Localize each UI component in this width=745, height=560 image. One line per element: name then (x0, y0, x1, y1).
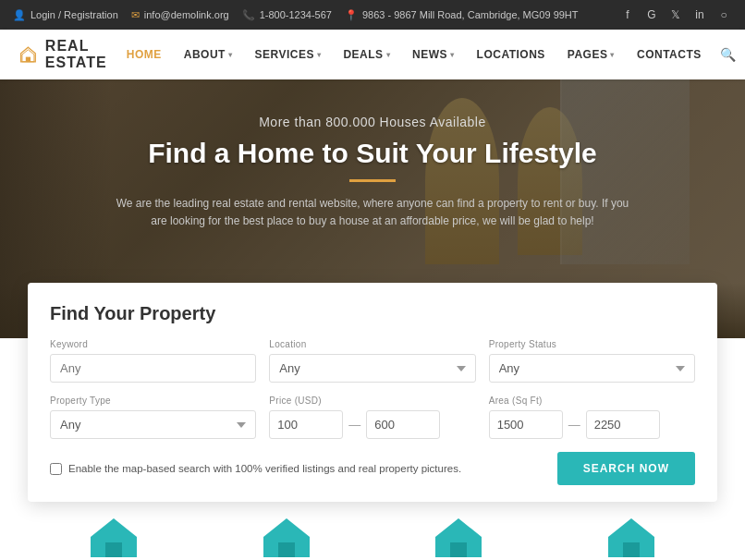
nav-news[interactable]: NEWS ▾ (403, 43, 464, 67)
location-field: Location Any (269, 339, 475, 383)
user-icon: 👤 (13, 9, 26, 21)
google-icon[interactable]: G (643, 6, 660, 23)
map-search-label-text: Enable the map-based search with 100% ve… (68, 463, 461, 474)
social-links: f G 𝕏 in ○ (619, 6, 732, 23)
logo-text: REAL ESTATE (45, 38, 117, 71)
search-box: Find Your Property Keyword Location Any … (28, 283, 717, 502)
nav-services[interactable]: SERVICES ▾ (245, 43, 330, 67)
other-icon[interactable]: ○ (715, 6, 732, 23)
property-type-select[interactable]: Any (50, 410, 256, 439)
svg-rect-4 (105, 542, 122, 557)
price-dash: — (348, 418, 360, 432)
email-info: ✉ info@demolink.org (131, 9, 229, 21)
hero-title: Find a Home to Suit Your Lifestyle (0, 137, 745, 170)
search-now-button[interactable]: SEARCH NOW (557, 452, 695, 485)
map-search-checkbox[interactable] (50, 463, 62, 475)
property-status-field: Property Status Any (489, 339, 695, 383)
search-toggle[interactable]: 🔍 (714, 42, 741, 67)
svg-rect-2 (26, 57, 31, 62)
keyword-input[interactable] (50, 354, 256, 383)
svg-rect-8 (450, 542, 467, 557)
main-nav: HOME ABOUT ▾ SERVICES ▾ DEALS ▾ NEWS ▾ L… (117, 42, 741, 67)
login-link[interactable]: 👤 Login / Registration (13, 9, 118, 21)
nav-locations[interactable]: LOCATIONS (468, 43, 555, 67)
email-icon: ✉ (131, 9, 140, 21)
nav-home[interactable]: HOME (117, 43, 171, 67)
location-select[interactable]: Any (269, 354, 475, 383)
bottom-icons-row (0, 513, 745, 557)
search-bottom: Enable the map-based search with 100% ve… (50, 452, 695, 485)
area-max-input[interactable] (586, 410, 660, 439)
house-icon-3 (434, 517, 483, 557)
phone-icon: 📞 (242, 9, 255, 21)
hero-divider (349, 179, 396, 182)
location-icon: 📍 (345, 9, 358, 21)
phone-info: 📞 1-800-1234-567 (242, 9, 332, 21)
top-bar-left: 👤 Login / Registration ✉ info@demolink.o… (13, 9, 579, 21)
property-type-label: Property Type (50, 396, 256, 406)
price-min-input[interactable] (269, 410, 343, 439)
nav-contacts[interactable]: CONTACTS (628, 43, 711, 67)
hero-subtitle: More than 800.000 Houses Available (0, 115, 745, 129)
keyword-label: Keyword (50, 339, 256, 349)
house-icon-4 (606, 517, 656, 557)
property-status-select[interactable]: Any (489, 354, 695, 383)
area-dash: — (568, 418, 580, 432)
logo[interactable]: REAL ESTATE (18, 38, 117, 71)
hero-content: More than 800.000 Houses Available Find … (0, 79, 745, 230)
twitter-icon[interactable]: 𝕏 (667, 6, 684, 23)
nav-about[interactable]: ABOUT ▾ (175, 43, 242, 67)
area-field: Area (Sq Ft) — (489, 396, 695, 439)
svg-rect-10 (623, 542, 640, 557)
area-min-input[interactable] (489, 410, 563, 439)
price-label: Price (USD) (269, 396, 475, 406)
search-title: Find Your Property (50, 303, 695, 324)
top-bar: 👤 Login / Registration ✉ info@demolink.o… (0, 0, 745, 30)
house-icon-1 (89, 517, 139, 557)
property-type-field: Property Type Any (50, 396, 256, 439)
linkedin-icon[interactable]: in (691, 6, 708, 23)
area-label: Area (Sq Ft) (489, 396, 695, 406)
address-info: 📍 9863 - 9867 Mill Road, Cambridge, MG09… (345, 9, 579, 21)
price-field: Price (USD) — (269, 396, 475, 439)
price-range-inputs: — (269, 410, 475, 439)
hero-description: We are the leading real estate and renta… (114, 195, 631, 230)
nav-deals[interactable]: DEALS ▾ (334, 43, 399, 67)
search-row-2: Property Type Any Price (USD) — Area (Sq… (50, 396, 695, 439)
location-label: Location (269, 339, 475, 349)
map-search-checkbox-label[interactable]: Enable the map-based search with 100% ve… (50, 463, 461, 475)
keyword-field: Keyword (50, 339, 256, 383)
logo-icon (18, 40, 38, 69)
price-max-input[interactable] (366, 410, 440, 439)
facebook-icon[interactable]: f (619, 6, 636, 23)
area-range-inputs: — (489, 410, 695, 439)
nav-pages[interactable]: PAGES ▾ (558, 43, 624, 67)
header: REAL ESTATE HOME ABOUT ▾ SERVICES ▾ DEAL… (0, 30, 745, 79)
search-row-1: Keyword Location Any Property Status Any (50, 339, 695, 383)
house-icon-2 (262, 517, 311, 557)
svg-rect-6 (278, 542, 295, 557)
property-status-label: Property Status (489, 339, 695, 349)
